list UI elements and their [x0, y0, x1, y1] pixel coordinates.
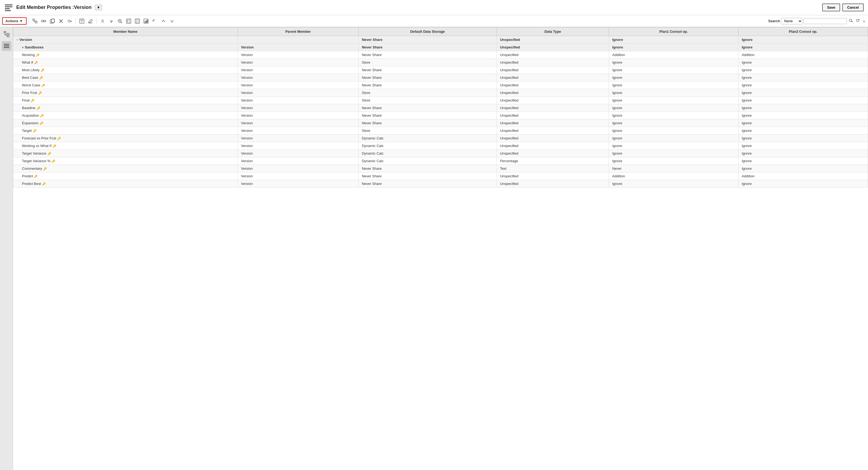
expand-cols-btn[interactable] [125, 18, 132, 24]
expand-collapse-icon[interactable]: − [17, 38, 18, 41]
add-child-btn[interactable] [31, 18, 39, 24]
table-row[interactable]: Acquisition🔑VersionNever ShareUnspecifie… [13, 112, 868, 120]
key-btn[interactable] [66, 18, 73, 24]
title-dropdown-btn[interactable]: ▼ [95, 5, 102, 10]
datatype-cell: Unspecified [497, 127, 609, 135]
table-row[interactable]: −VersionNever ShareUnspecifiedIgnoreIgno… [13, 36, 868, 43]
plan2-cell: Ignore [738, 165, 868, 172]
member-name-cell: Best Case🔑 [13, 74, 238, 81]
parent-member-cell: Version [238, 51, 359, 59]
table-row[interactable]: Most Likely🔑VersionNever ShareUnspecifie… [13, 66, 868, 74]
parent-member-cell: Version [238, 81, 359, 89]
undo-btn[interactable] [151, 18, 158, 24]
parent-member-cell: Version [238, 74, 359, 81]
svg-rect-40 [145, 22, 146, 23]
title-left: Edit Member Properties :Version ▼ [4, 3, 102, 12]
member-name-cell: Target Variance %🔑 [13, 157, 238, 165]
svg-rect-31 [126, 19, 131, 23]
members-table: Member Name Parent Member Default Data S… [13, 27, 868, 188]
table-row[interactable]: Working vs What If🔑VersionDynamic CalcUn… [13, 142, 868, 150]
plan2-cell: Ignore [738, 66, 868, 74]
up-icon [161, 19, 166, 24]
storage-cell: Store [359, 127, 497, 135]
col-member-name: Member Name [13, 27, 238, 36]
search-input[interactable] [804, 18, 847, 24]
search-clear-btn[interactable] [855, 18, 861, 24]
zoom-in-btn[interactable] [116, 18, 124, 24]
plan1-cell: Addition [609, 51, 738, 59]
save-button[interactable]: Save [822, 3, 840, 11]
parent-member-cell: Version [238, 59, 359, 66]
chart-btn[interactable] [142, 18, 150, 24]
table-row[interactable]: Prior Fcst🔑VersionStoreUnspecifiedIgnore… [13, 89, 868, 97]
table-row[interactable]: Commentary🔑VersionNever ShareTextNeverIg… [13, 165, 868, 172]
svg-rect-41 [146, 21, 147, 23]
table-row[interactable]: Final🔑VersionStoreUnspecifiedIgnoreIgnor… [13, 97, 868, 104]
table-row[interactable]: What If🔑VersionStoreUnspecifiedIgnoreIgn… [13, 59, 868, 66]
member-filter-btn[interactable] [78, 18, 86, 24]
search-submit-btn[interactable] [848, 18, 854, 24]
expand-collapse-icon[interactable]: + [22, 46, 24, 49]
member-name-text: Predict [22, 174, 33, 178]
plan2-cell: Ignore [738, 127, 868, 135]
sidebar-hierarchy-btn[interactable] [2, 29, 11, 39]
member-name-cell: Target🔑 [13, 127, 238, 135]
duplicate-btn[interactable] [49, 18, 56, 24]
table-row[interactable]: Baseline🔑VersionNever ShareUnspecifiedIg… [13, 104, 868, 112]
plan1-cell: Addition [609, 172, 738, 180]
add-child-icon [32, 19, 37, 24]
datatype-cell: Unspecified [497, 104, 609, 112]
member-name-text: Target Variance % [22, 159, 51, 163]
table-row[interactable]: Target🔑VersionStoreUnspecifiedIgnoreIgno… [13, 127, 868, 135]
plan1-cell: Ignore [609, 112, 738, 120]
expand-btn[interactable] [99, 18, 106, 24]
actions-button[interactable]: Actions ▼ [2, 17, 27, 25]
add-sibling-btn[interactable] [40, 18, 48, 24]
table-row[interactable]: Target Variance🔑VersionDynamic CalcUnspe… [13, 150, 868, 157]
delete-btn[interactable] [57, 18, 65, 24]
table-row[interactable]: Worst Case🔑VersionNever ShareUnspecified… [13, 81, 868, 89]
member-name-cell: +Sandboxes [13, 43, 238, 51]
cancel-button[interactable]: Cancel [842, 3, 864, 11]
plan1-cell: Ignore [609, 150, 738, 157]
collapse-btn[interactable] [107, 18, 115, 24]
datatype-cell: Unspecified [497, 112, 609, 120]
member-name-text: Sandboxes [25, 45, 43, 49]
more-btn[interactable]: » [862, 18, 866, 24]
table-row[interactable]: Expansion🔑VersionNever ShareUnspecifiedI… [13, 120, 868, 127]
svg-rect-55 [4, 45, 9, 46]
collapse-cols-btn[interactable] [133, 18, 141, 24]
sidebar-list-btn[interactable] [2, 41, 11, 51]
member-name-text: Version [19, 38, 32, 42]
plan1-cell: Ignore [609, 142, 738, 150]
table-row[interactable]: Predict Best🔑VersionNever ShareUnspecifi… [13, 180, 868, 188]
table-row[interactable]: Predict🔑VersionNever ShareUnspecifiedAdd… [13, 172, 868, 180]
search-type-select[interactable]: Name Alias Formula [781, 18, 802, 24]
member-name-text: Working vs What If [22, 144, 52, 148]
member-name-cell: What If🔑 [13, 59, 238, 66]
plan1-cell: Ignore [609, 97, 738, 104]
table-row[interactable]: Best Case🔑VersionNever ShareUnspecifiedI… [13, 74, 868, 81]
plan2-cell: Ignore [738, 89, 868, 97]
table-row[interactable]: Forecast vs Prior Fcst🔑VersionDynamic Ca… [13, 135, 868, 142]
edit-btn[interactable] [87, 18, 94, 24]
parent-member-cell: Version [238, 142, 359, 150]
table-row[interactable]: +SandboxesVersionNever ShareUnspecifiedI… [13, 43, 868, 51]
up-btn[interactable] [160, 18, 167, 24]
datatype-cell: Unspecified [497, 74, 609, 81]
table-row[interactable]: Working🔑VersionNever ShareUnspecifiedAdd… [13, 51, 868, 59]
toolbar-separator-3 [96, 18, 97, 24]
member-name-cell: Target Variance🔑 [13, 150, 238, 157]
storage-cell: Never Share [359, 81, 497, 89]
svg-point-18 [68, 20, 70, 22]
parent-member-cell [238, 36, 359, 43]
key-icon: 🔑 [42, 182, 46, 186]
down-btn[interactable] [168, 18, 176, 24]
plan2-cell: Ignore [738, 97, 868, 104]
member-name-cell: −Version [13, 36, 238, 43]
parent-member-cell: Version [238, 89, 359, 97]
storage-cell: Store [359, 59, 497, 66]
plan2-cell: Ignore [738, 74, 868, 81]
parent-member-cell: Version [238, 135, 359, 142]
table-row[interactable]: Target Variance %🔑VersionDynamic CalcPer… [13, 157, 868, 165]
